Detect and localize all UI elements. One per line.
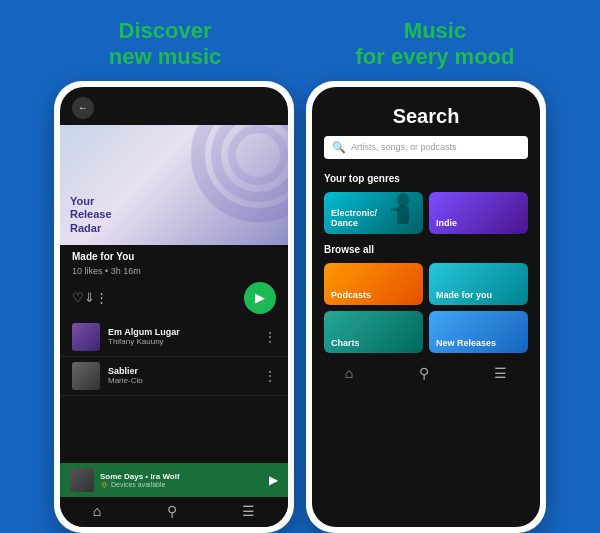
track-thumbnail: [72, 323, 100, 351]
now-playing-bar[interactable]: Some Days • Ira Wolf 🔅 Devices available…: [60, 463, 288, 497]
svg-rect-5: [391, 208, 399, 211]
track-more-icon[interactable]: ⋮: [264, 330, 276, 344]
track-artist: Thifany Kauuny: [108, 337, 256, 346]
now-playing-title: Some Days • Ira Wolf: [100, 472, 263, 481]
genre-card-electronic[interactable]: Electronic/Dance: [324, 192, 423, 234]
right-phone-screen: Search 🔍 Artists, songs, or podcasts You…: [312, 87, 540, 527]
search-placeholder: Artists, songs, or podcasts: [351, 142, 457, 152]
genre-card-indie[interactable]: Indie: [429, 192, 528, 234]
search-bar[interactable]: 🔍 Artists, songs, or podcasts: [324, 136, 528, 159]
phones-container: ← YourReleaseRadar Made for You 10 likes…: [0, 81, 600, 533]
track-meta: 10 likes • 3h 16m: [60, 264, 288, 280]
svg-point-2: [232, 129, 284, 181]
left-phone-screen: ← YourReleaseRadar Made for You 10 likes…: [60, 87, 288, 527]
genre-label-electronic: Electronic/Dance: [331, 209, 377, 229]
browse-card-new-releases[interactable]: New Releases: [429, 311, 528, 353]
browse-label-new-releases: New Releases: [436, 338, 496, 348]
track-name: Sablier: [108, 366, 256, 376]
left-phone: ← YourReleaseRadar Made for You 10 likes…: [54, 81, 294, 533]
back-button[interactable]: ←: [72, 97, 94, 119]
right-headline: Music for every mood: [300, 18, 570, 71]
track-info: Sablier Marie-Clo: [108, 366, 256, 385]
genre-figure-electronic: [387, 192, 419, 234]
browse-card-podcasts[interactable]: Podcasts: [324, 263, 423, 305]
track-info: Em Algum Lugar Thifany Kauuny: [108, 327, 256, 346]
browse-label-made-for-you: Made for you: [436, 290, 492, 300]
browse-label-podcasts: Podcasts: [331, 290, 371, 300]
album-title: YourReleaseRadar: [70, 195, 112, 235]
left-headline: Discover new music: [30, 18, 300, 71]
now-playing-thumbnail: [70, 468, 94, 492]
left-phone-nav: ⌂ ⚲ ☰: [60, 497, 288, 527]
svg-point-3: [397, 193, 409, 207]
right-phone-nav: ⌂ ⚲ ☰: [312, 359, 540, 389]
download-icon[interactable]: ⇓: [84, 290, 95, 305]
track-thumbnail: [72, 362, 100, 390]
player-controls: ♡ ⇓ ⋮ ▶: [60, 280, 288, 318]
right-phone: Search 🔍 Artists, songs, or podcasts You…: [306, 81, 546, 533]
browse-card-made-for-you[interactable]: Made for you: [429, 263, 528, 305]
now-playing-subtitle: 🔅 Devices available: [100, 481, 263, 489]
nav-search-icon[interactable]: ⚲: [419, 365, 429, 381]
track-artist: Marie-Clo: [108, 376, 256, 385]
nav-home-icon[interactable]: ⌂: [93, 503, 101, 519]
genre-grid: Electronic/Dance Indie: [312, 192, 540, 234]
nav-search-icon[interactable]: ⚲: [167, 503, 177, 519]
track-item: Em Algum Lugar Thifany Kauuny ⋮: [60, 318, 288, 357]
album-art: YourReleaseRadar: [60, 125, 288, 245]
nav-library-icon[interactable]: ☰: [242, 503, 255, 519]
mini-play-icon[interactable]: ▶: [269, 473, 278, 487]
nav-home-icon[interactable]: ⌂: [345, 365, 353, 381]
track-more-icon[interactable]: ⋮: [264, 369, 276, 383]
search-title: Search: [312, 87, 540, 136]
album-art-decoration: [178, 125, 288, 235]
more-icon[interactable]: ⋮: [95, 290, 108, 305]
left-phone-header: ←: [60, 87, 288, 125]
nav-library-icon[interactable]: ☰: [494, 365, 507, 381]
now-playing-info: Some Days • Ira Wolf 🔅 Devices available: [100, 472, 263, 489]
browse-card-charts[interactable]: Charts: [324, 311, 423, 353]
track-list: Em Algum Lugar Thifany Kauuny ⋮ Sablier …: [60, 318, 288, 463]
genre-label-indie: Indie: [436, 219, 457, 229]
browse-label-charts: Charts: [331, 338, 360, 348]
track-item: Sablier Marie-Clo ⋮: [60, 357, 288, 396]
search-icon: 🔍: [332, 141, 346, 154]
play-button[interactable]: ▶: [244, 282, 276, 314]
browse-all-label: Browse all: [312, 240, 540, 259]
track-name: Em Algum Lugar: [108, 327, 256, 337]
top-genres-label: Your top genres: [312, 169, 540, 188]
browse-grid: Podcasts Made for you Charts New Release…: [312, 263, 540, 353]
heart-icon[interactable]: ♡: [72, 290, 84, 305]
made-for-you-label: Made for You: [60, 245, 288, 264]
